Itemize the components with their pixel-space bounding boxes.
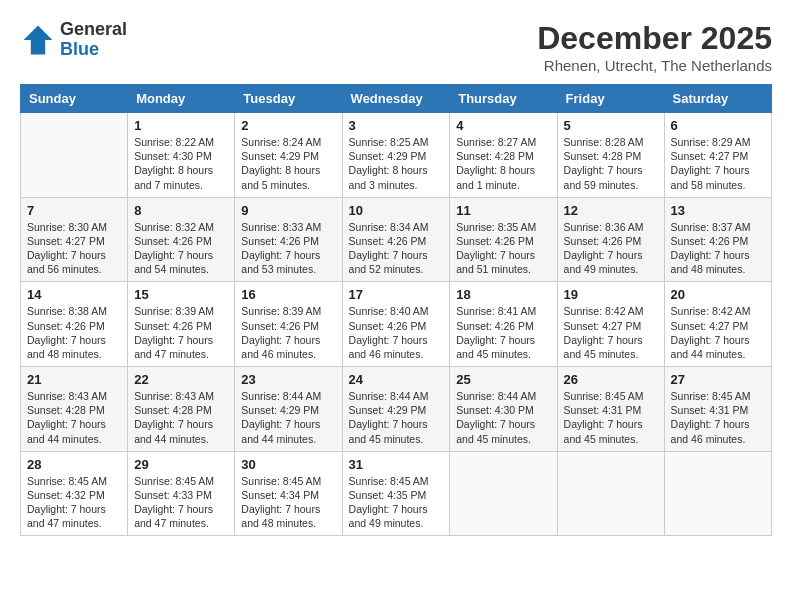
calendar-cell: [450, 451, 557, 536]
cell-info: Sunrise: 8:39 AMSunset: 4:26 PMDaylight:…: [134, 304, 228, 361]
calendar-cell: 14Sunrise: 8:38 AMSunset: 4:26 PMDayligh…: [21, 282, 128, 367]
cell-info: Sunrise: 8:40 AMSunset: 4:26 PMDaylight:…: [349, 304, 444, 361]
calendar-cell: 11Sunrise: 8:35 AMSunset: 4:26 PMDayligh…: [450, 197, 557, 282]
column-header-sunday: Sunday: [21, 85, 128, 113]
cell-info: Sunrise: 8:37 AMSunset: 4:26 PMDaylight:…: [671, 220, 765, 277]
date-number: 3: [349, 118, 444, 133]
date-number: 9: [241, 203, 335, 218]
date-number: 11: [456, 203, 550, 218]
date-number: 18: [456, 287, 550, 302]
date-number: 31: [349, 457, 444, 472]
week-row-5: 28Sunrise: 8:45 AMSunset: 4:32 PMDayligh…: [21, 451, 772, 536]
date-number: 17: [349, 287, 444, 302]
cell-info: Sunrise: 8:45 AMSunset: 4:32 PMDaylight:…: [27, 474, 121, 531]
date-number: 1: [134, 118, 228, 133]
logo: General Blue: [20, 20, 127, 60]
date-number: 14: [27, 287, 121, 302]
cell-info: Sunrise: 8:42 AMSunset: 4:27 PMDaylight:…: [564, 304, 658, 361]
calendar-cell: 25Sunrise: 8:44 AMSunset: 4:30 PMDayligh…: [450, 367, 557, 452]
week-row-3: 14Sunrise: 8:38 AMSunset: 4:26 PMDayligh…: [21, 282, 772, 367]
date-number: 30: [241, 457, 335, 472]
svg-marker-0: [24, 25, 53, 54]
calendar-cell: 17Sunrise: 8:40 AMSunset: 4:26 PMDayligh…: [342, 282, 450, 367]
page-header: General Blue December 2025 Rhenen, Utrec…: [20, 20, 772, 74]
logo-general: General: [60, 20, 127, 40]
column-header-saturday: Saturday: [664, 85, 771, 113]
cell-info: Sunrise: 8:44 AMSunset: 4:29 PMDaylight:…: [241, 389, 335, 446]
calendar-cell: [664, 451, 771, 536]
cell-info: Sunrise: 8:44 AMSunset: 4:30 PMDaylight:…: [456, 389, 550, 446]
calendar-cell: [21, 113, 128, 198]
calendar-cell: 24Sunrise: 8:44 AMSunset: 4:29 PMDayligh…: [342, 367, 450, 452]
calendar-cell: 12Sunrise: 8:36 AMSunset: 4:26 PMDayligh…: [557, 197, 664, 282]
cell-info: Sunrise: 8:27 AMSunset: 4:28 PMDaylight:…: [456, 135, 550, 192]
calendar-cell: 15Sunrise: 8:39 AMSunset: 4:26 PMDayligh…: [128, 282, 235, 367]
calendar-cell: 28Sunrise: 8:45 AMSunset: 4:32 PMDayligh…: [21, 451, 128, 536]
week-row-4: 21Sunrise: 8:43 AMSunset: 4:28 PMDayligh…: [21, 367, 772, 452]
logo-blue: Blue: [60, 40, 127, 60]
cell-info: Sunrise: 8:39 AMSunset: 4:26 PMDaylight:…: [241, 304, 335, 361]
cell-info: Sunrise: 8:44 AMSunset: 4:29 PMDaylight:…: [349, 389, 444, 446]
column-header-wednesday: Wednesday: [342, 85, 450, 113]
cell-info: Sunrise: 8:45 AMSunset: 4:31 PMDaylight:…: [671, 389, 765, 446]
date-number: 12: [564, 203, 658, 218]
date-number: 15: [134, 287, 228, 302]
week-row-2: 7Sunrise: 8:30 AMSunset: 4:27 PMDaylight…: [21, 197, 772, 282]
calendar-cell: 10Sunrise: 8:34 AMSunset: 4:26 PMDayligh…: [342, 197, 450, 282]
calendar-cell: 26Sunrise: 8:45 AMSunset: 4:31 PMDayligh…: [557, 367, 664, 452]
calendar-cell: 3Sunrise: 8:25 AMSunset: 4:29 PMDaylight…: [342, 113, 450, 198]
calendar-cell: 4Sunrise: 8:27 AMSunset: 4:28 PMDaylight…: [450, 113, 557, 198]
cell-info: Sunrise: 8:43 AMSunset: 4:28 PMDaylight:…: [27, 389, 121, 446]
cell-info: Sunrise: 8:32 AMSunset: 4:26 PMDaylight:…: [134, 220, 228, 277]
date-number: 19: [564, 287, 658, 302]
cell-info: Sunrise: 8:33 AMSunset: 4:26 PMDaylight:…: [241, 220, 335, 277]
cell-info: Sunrise: 8:38 AMSunset: 4:26 PMDaylight:…: [27, 304, 121, 361]
cell-info: Sunrise: 8:25 AMSunset: 4:29 PMDaylight:…: [349, 135, 444, 192]
calendar-table: SundayMondayTuesdayWednesdayThursdayFrid…: [20, 84, 772, 536]
date-number: 27: [671, 372, 765, 387]
date-number: 25: [456, 372, 550, 387]
day-header-row: SundayMondayTuesdayWednesdayThursdayFrid…: [21, 85, 772, 113]
date-number: 29: [134, 457, 228, 472]
date-number: 21: [27, 372, 121, 387]
cell-info: Sunrise: 8:43 AMSunset: 4:28 PMDaylight:…: [134, 389, 228, 446]
date-number: 7: [27, 203, 121, 218]
cell-info: Sunrise: 8:22 AMSunset: 4:30 PMDaylight:…: [134, 135, 228, 192]
location-subtitle: Rhenen, Utrecht, The Netherlands: [537, 57, 772, 74]
logo-icon: [20, 22, 56, 58]
cell-info: Sunrise: 8:45 AMSunset: 4:31 PMDaylight:…: [564, 389, 658, 446]
calendar-cell: 31Sunrise: 8:45 AMSunset: 4:35 PMDayligh…: [342, 451, 450, 536]
date-number: 16: [241, 287, 335, 302]
date-number: 4: [456, 118, 550, 133]
calendar-cell: 20Sunrise: 8:42 AMSunset: 4:27 PMDayligh…: [664, 282, 771, 367]
calendar-cell: 18Sunrise: 8:41 AMSunset: 4:26 PMDayligh…: [450, 282, 557, 367]
calendar-cell: 22Sunrise: 8:43 AMSunset: 4:28 PMDayligh…: [128, 367, 235, 452]
date-number: 13: [671, 203, 765, 218]
calendar-cell: 8Sunrise: 8:32 AMSunset: 4:26 PMDaylight…: [128, 197, 235, 282]
calendar-cell: 13Sunrise: 8:37 AMSunset: 4:26 PMDayligh…: [664, 197, 771, 282]
calendar-cell: 1Sunrise: 8:22 AMSunset: 4:30 PMDaylight…: [128, 113, 235, 198]
cell-info: Sunrise: 8:30 AMSunset: 4:27 PMDaylight:…: [27, 220, 121, 277]
cell-info: Sunrise: 8:45 AMSunset: 4:33 PMDaylight:…: [134, 474, 228, 531]
date-number: 10: [349, 203, 444, 218]
column-header-friday: Friday: [557, 85, 664, 113]
date-number: 8: [134, 203, 228, 218]
date-number: 2: [241, 118, 335, 133]
calendar-cell: 19Sunrise: 8:42 AMSunset: 4:27 PMDayligh…: [557, 282, 664, 367]
date-number: 6: [671, 118, 765, 133]
title-block: December 2025 Rhenen, Utrecht, The Nethe…: [537, 20, 772, 74]
date-number: 22: [134, 372, 228, 387]
cell-info: Sunrise: 8:45 AMSunset: 4:35 PMDaylight:…: [349, 474, 444, 531]
calendar-cell: 27Sunrise: 8:45 AMSunset: 4:31 PMDayligh…: [664, 367, 771, 452]
date-number: 28: [27, 457, 121, 472]
cell-info: Sunrise: 8:34 AMSunset: 4:26 PMDaylight:…: [349, 220, 444, 277]
date-number: 24: [349, 372, 444, 387]
week-row-1: 1Sunrise: 8:22 AMSunset: 4:30 PMDaylight…: [21, 113, 772, 198]
column-header-monday: Monday: [128, 85, 235, 113]
calendar-cell: 6Sunrise: 8:29 AMSunset: 4:27 PMDaylight…: [664, 113, 771, 198]
cell-info: Sunrise: 8:42 AMSunset: 4:27 PMDaylight:…: [671, 304, 765, 361]
calendar-cell: 23Sunrise: 8:44 AMSunset: 4:29 PMDayligh…: [235, 367, 342, 452]
column-header-thursday: Thursday: [450, 85, 557, 113]
cell-info: Sunrise: 8:45 AMSunset: 4:34 PMDaylight:…: [241, 474, 335, 531]
calendar-cell: 29Sunrise: 8:45 AMSunset: 4:33 PMDayligh…: [128, 451, 235, 536]
